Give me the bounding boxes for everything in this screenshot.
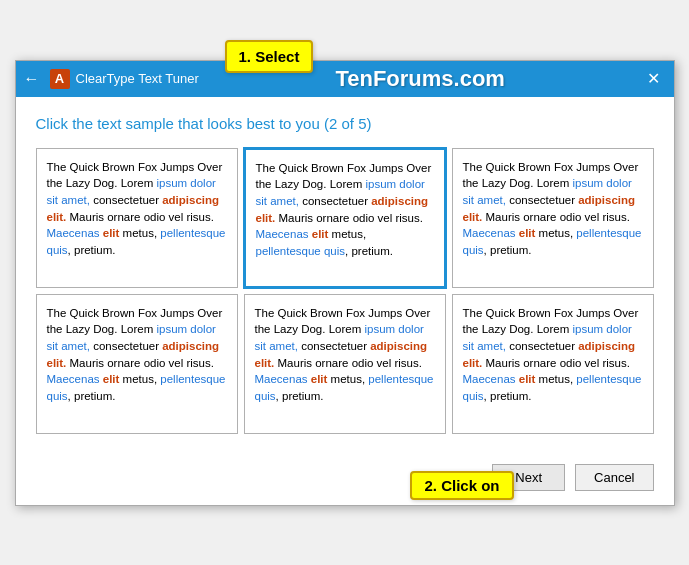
tooltip-select: 1. Select bbox=[225, 40, 314, 74]
page-heading: Click the text sample that looks best to… bbox=[36, 115, 654, 132]
sample-card-5[interactable]: The Quick Brown Fox Jumps Over the Lazy … bbox=[244, 294, 446, 434]
sample-card-3[interactable]: The Quick Brown Fox Jumps Over the Lazy … bbox=[452, 148, 654, 288]
back-button[interactable]: ← bbox=[24, 70, 40, 88]
tooltip-click: 2. Click on bbox=[410, 471, 513, 500]
close-button[interactable]: ✕ bbox=[642, 67, 666, 91]
sample-card-6[interactable]: The Quick Brown Fox Jumps Over the Lazy … bbox=[452, 294, 654, 434]
titlebar: ← A ClearType Text Tuner TenForums.com ✕ bbox=[16, 61, 674, 97]
footer: 2. Click on Next Cancel bbox=[16, 464, 674, 505]
sample-card-1[interactable]: The Quick Brown Fox Jumps Over the Lazy … bbox=[36, 148, 238, 288]
window-title: ClearType Text Tuner bbox=[76, 71, 199, 86]
window: ← A ClearType Text Tuner TenForums.com ✕… bbox=[15, 60, 675, 506]
app-icon: A bbox=[50, 69, 70, 89]
sample-card-2[interactable]: The Quick Brown Fox Jumps Over the Lazy … bbox=[244, 148, 446, 288]
titlebar-left: ← A ClearType Text Tuner bbox=[24, 69, 199, 89]
sample-card-4[interactable]: The Quick Brown Fox Jumps Over the Lazy … bbox=[36, 294, 238, 434]
samples-grid: The Quick Brown Fox Jumps Over the Lazy … bbox=[36, 148, 654, 434]
cancel-button[interactable]: Cancel bbox=[575, 464, 653, 491]
main-content: Click the text sample that looks best to… bbox=[16, 97, 674, 464]
